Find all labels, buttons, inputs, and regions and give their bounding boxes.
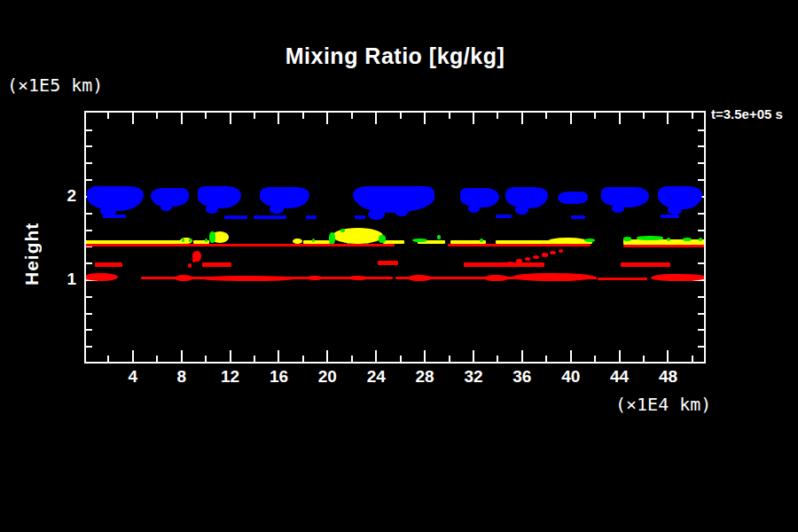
x-tick-label: 12 bbox=[221, 367, 239, 387]
red-dots-feature bbox=[507, 262, 513, 265]
red-bottom-thick-feature bbox=[512, 273, 596, 281]
y-minor-tick bbox=[698, 346, 704, 348]
x-major-tick bbox=[473, 113, 474, 124]
cloud-bumps-feature bbox=[395, 208, 408, 216]
x-minor-tick bbox=[254, 113, 255, 119]
x-minor-tick bbox=[594, 113, 596, 119]
red-dots-feature bbox=[525, 257, 531, 261]
cloud-bumps-feature bbox=[668, 206, 681, 214]
x-major-tick bbox=[230, 113, 231, 124]
cloud-bumps-feature bbox=[160, 203, 171, 210]
x-major-tick bbox=[619, 113, 621, 124]
x-minor-tick bbox=[692, 356, 693, 362]
x-minor-tick bbox=[302, 113, 304, 119]
x-major-tick bbox=[424, 350, 426, 362]
x-tick-label: 48 bbox=[659, 367, 677, 387]
y-minor-tick bbox=[698, 313, 704, 315]
green-marks-feature bbox=[584, 239, 595, 242]
upper-cloud-deck-feature bbox=[460, 188, 499, 208]
x-major-tick bbox=[132, 113, 134, 124]
x-major-tick bbox=[278, 113, 279, 124]
red-bottom-thick-feature bbox=[307, 276, 323, 281]
x-major-tick bbox=[521, 350, 523, 362]
plot-window: Mixing Ratio [kg/kg] (×1E5 km) t=3.5e+05… bbox=[0, 0, 798, 532]
x-minor-tick bbox=[497, 113, 498, 119]
x-major-tick bbox=[570, 350, 572, 362]
upper-cloud-deck-feature bbox=[198, 186, 241, 208]
red-mid-segments-feature bbox=[464, 262, 544, 267]
x-minor-tick bbox=[449, 356, 450, 362]
cloud-wisps-feature bbox=[355, 215, 365, 220]
x-major-tick bbox=[278, 350, 279, 362]
x-minor-tick bbox=[545, 113, 547, 119]
x-minor-tick bbox=[254, 356, 255, 362]
x-major-tick bbox=[375, 113, 377, 124]
green-marks-feature bbox=[437, 235, 441, 239]
upper-cloud-deck-feature bbox=[353, 186, 434, 213]
x-minor-tick bbox=[351, 356, 353, 362]
cloud-bumps-feature bbox=[368, 209, 385, 220]
x-tick-label: 24 bbox=[367, 367, 386, 387]
red-bottom-thick-feature bbox=[484, 275, 508, 281]
y-minor-tick bbox=[698, 230, 704, 231]
cloud-bumps-feature bbox=[270, 205, 284, 213]
y-minor-tick bbox=[698, 129, 704, 131]
y-minor-tick bbox=[698, 262, 704, 264]
x-axis-unit-label: (×1E4 km) bbox=[615, 394, 711, 415]
x-major-tick bbox=[326, 350, 328, 362]
x-major-tick bbox=[181, 350, 183, 362]
red-bottom-thick-feature bbox=[175, 275, 194, 281]
x-major-tick bbox=[667, 113, 669, 124]
x-major-tick bbox=[132, 350, 134, 362]
green-marks-feature bbox=[340, 229, 344, 233]
y-minor-tick bbox=[698, 213, 704, 215]
x-minor-tick bbox=[107, 356, 109, 362]
x-minor-tick bbox=[449, 113, 450, 119]
green-marks-feature bbox=[699, 238, 702, 241]
x-tick-label: 44 bbox=[610, 367, 629, 387]
y-minor-tick bbox=[698, 296, 704, 298]
y-tick-label: 2 bbox=[66, 186, 76, 206]
red-dots-feature bbox=[533, 255, 539, 259]
upper-cloud-deck-feature bbox=[558, 192, 588, 204]
x-minor-tick bbox=[351, 113, 353, 119]
upper-cloud-deck-feature bbox=[505, 187, 548, 208]
y-minor-tick bbox=[698, 179, 704, 181]
y-minor-tick bbox=[86, 230, 92, 231]
upper-cloud-deck-feature bbox=[601, 187, 649, 208]
x-tick-label: 4 bbox=[129, 367, 138, 387]
x-minor-tick bbox=[205, 113, 207, 119]
y-minor-tick bbox=[86, 179, 92, 181]
red-dots-feature bbox=[559, 249, 563, 253]
y-minor-tick bbox=[86, 346, 92, 348]
y-minor-tick bbox=[698, 145, 704, 147]
cloud-wisps-feature bbox=[103, 215, 126, 219]
x-major-tick bbox=[667, 350, 669, 362]
y-minor-tick bbox=[86, 213, 92, 215]
red-dots-feature bbox=[516, 259, 522, 262]
x-minor-tick bbox=[400, 356, 402, 362]
x-tick-label: 8 bbox=[176, 367, 186, 387]
y-minor-tick bbox=[86, 129, 92, 131]
cloud-bumps-feature bbox=[206, 205, 218, 213]
x-minor-tick bbox=[594, 356, 596, 362]
red-underline-feature bbox=[623, 245, 706, 247]
red-bottom-thick-feature bbox=[84, 273, 118, 281]
x-minor-tick bbox=[205, 356, 207, 362]
y-minor-tick bbox=[698, 329, 704, 331]
x-minor-tick bbox=[107, 113, 109, 119]
y-minor-tick bbox=[698, 162, 704, 164]
x-major-tick bbox=[326, 113, 328, 124]
x-major-tick bbox=[424, 113, 426, 124]
y-minor-tick bbox=[86, 313, 92, 315]
cloud-bumps-feature bbox=[468, 205, 479, 212]
x-minor-tick bbox=[497, 356, 498, 362]
green-marks-feature bbox=[379, 235, 386, 242]
red-bottom-thick-feature bbox=[651, 274, 706, 281]
green-marks-feature bbox=[480, 239, 483, 242]
red-bottom-line-feature bbox=[598, 278, 647, 280]
green-marks-feature bbox=[412, 239, 426, 242]
x-tick-label: 16 bbox=[270, 367, 288, 387]
x-major-tick bbox=[521, 113, 523, 124]
green-marks-feature bbox=[209, 231, 215, 242]
